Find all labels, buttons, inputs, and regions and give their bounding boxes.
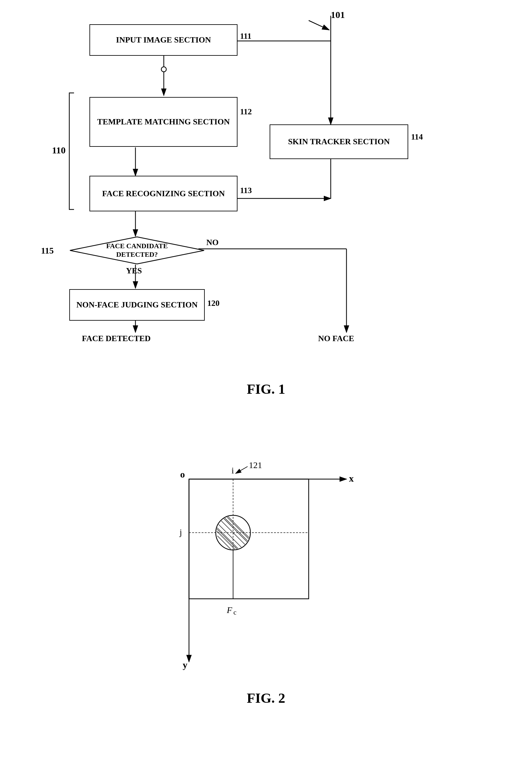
label-112: 112 [240, 107, 252, 117]
label-114: 114 [411, 132, 423, 142]
svg-text:F: F [226, 605, 232, 615]
no-face-label: NO FACE [318, 334, 354, 343]
input-image-box: INPUT IMAGE SECTION [89, 24, 237, 56]
template-matching-label: TEMPLATE MATCHING SECTION [97, 117, 230, 127]
template-matching-box: TEMPLATE MATCHING SECTION [89, 97, 237, 147]
svg-point-2 [161, 67, 166, 72]
non-face-judging-label: NON-FACE JUDGING SECTION [76, 300, 197, 310]
svg-text:x: x [349, 473, 354, 484]
svg-text:121: 121 [249, 460, 262, 470]
svg-text:o: o [180, 469, 185, 479]
non-face-judging-box: NON-FACE JUDGING SECTION [69, 289, 205, 321]
skin-tracker-label: SKIN TRACKER SECTION [288, 136, 390, 147]
svg-text:j: j [179, 527, 182, 537]
face-recognizing-label: FACE RECOGNIZING SECTION [102, 188, 225, 199]
figure-2: o x y i 121 j F c [0, 416, 532, 700]
figure-1: INPUT IMAGE SECTION 111 101 TEMPLATE MAT… [0, 0, 532, 378]
label-110: 110 [52, 145, 66, 156]
label-111: 111 [240, 31, 251, 41]
face-recognizing-box: FACE RECOGNIZING SECTION [89, 176, 237, 211]
label-113: 113 [240, 186, 252, 195]
skin-tracker-box: SKIN TRACKER SECTION [270, 124, 408, 159]
svg-line-44 [236, 466, 248, 473]
label-101: 101 [331, 9, 345, 20]
yes-label: YES [126, 266, 142, 276]
svg-text:y: y [183, 660, 187, 670]
face-candidate-diamond: FACE CANDIDATE DETECTED? [69, 236, 205, 265]
label-120: 120 [207, 299, 220, 308]
label-115: 115 [41, 246, 54, 256]
svg-line-35 [227, 517, 250, 540]
svg-line-17 [309, 20, 329, 30]
fig1-caption: FIG. 1 [0, 381, 532, 397]
svg-text:c: c [233, 608, 237, 616]
svg-text:i: i [232, 466, 234, 475]
input-image-label: INPUT IMAGE SECTION [116, 35, 211, 45]
no-label: NO [206, 238, 219, 247]
svg-text:DETECTED?: DETECTED? [116, 250, 158, 258]
svg-line-31 [225, 514, 251, 540]
svg-line-29 [208, 520, 247, 559]
svg-line-33 [217, 531, 239, 554]
svg-text:FACE CANDIDATE: FACE CANDIDATE [106, 242, 168, 250]
face-detected-label: FACE DETECTED [82, 334, 151, 343]
